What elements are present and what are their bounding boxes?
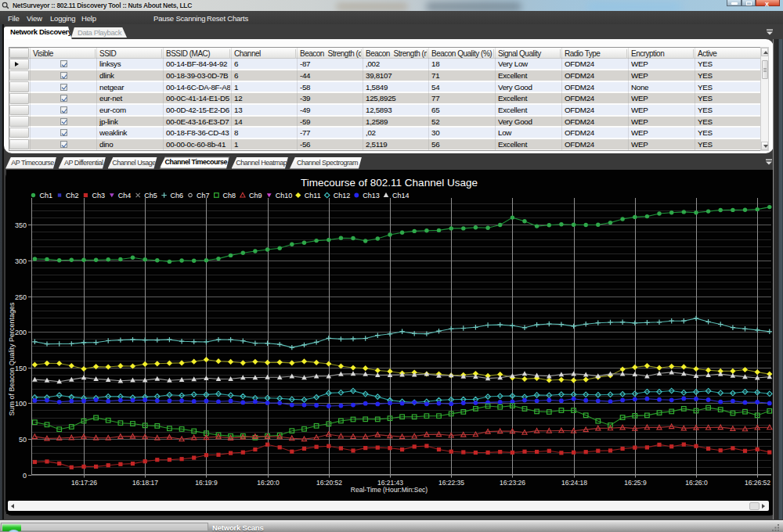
svg-text:16:20:0: 16:20:0 <box>257 479 280 487</box>
svg-text:Timecourse of 802.11 Channel U: Timecourse of 802.11 Channel Usage <box>301 177 478 189</box>
svg-text:16:26:0: 16:26:0 <box>685 479 708 487</box>
svg-text:16:20:52: 16:20:52 <box>316 479 342 487</box>
svg-text:0: 0 <box>23 472 27 480</box>
svg-text:Ch5: Ch5 <box>144 192 157 200</box>
svg-text:Ch7: Ch7 <box>197 192 210 200</box>
svg-text:16:22:35: 16:22:35 <box>438 479 464 487</box>
svg-text:Ch13: Ch13 <box>363 192 380 200</box>
svg-text:350: 350 <box>15 221 27 229</box>
svg-text:300: 300 <box>15 257 27 265</box>
svg-text:200: 200 <box>15 329 27 336</box>
svg-text:16:24:18: 16:24:18 <box>561 479 587 487</box>
svg-text:Ch10: Ch10 <box>276 192 293 200</box>
svg-text:250: 250 <box>15 293 27 301</box>
svg-text:16:17:26: 16:17:26 <box>71 479 97 487</box>
svg-text:Ch9: Ch9 <box>249 192 262 200</box>
svg-text:Ch14: Ch14 <box>392 192 410 200</box>
svg-text:16:18:17: 16:18:17 <box>132 479 158 487</box>
svg-text:Real-Time (Hour:Min:Sec): Real-Time (Hour:Min:Sec) <box>351 486 428 494</box>
svg-text:Ch6: Ch6 <box>171 192 184 200</box>
svg-text:16:26:52: 16:26:52 <box>745 479 770 487</box>
svg-text:16:25:9: 16:25:9 <box>624 479 647 487</box>
svg-text:50: 50 <box>19 436 27 444</box>
svg-text:Ch1: Ch1 <box>40 192 53 200</box>
svg-text:Ch8: Ch8 <box>222 192 236 200</box>
svg-text:150: 150 <box>15 365 27 372</box>
svg-text:16:19:9: 16:19:9 <box>195 479 218 487</box>
svg-text:Ch3: Ch3 <box>92 192 105 200</box>
svg-text:16:23:26: 16:23:26 <box>500 479 525 487</box>
svg-text:100: 100 <box>15 400 27 408</box>
svg-text:Ch2: Ch2 <box>66 192 79 200</box>
svg-text:Ch12: Ch12 <box>334 192 351 200</box>
svg-text:Ch11: Ch11 <box>305 192 321 200</box>
svg-text:Sum of Beacon Quality Percenta: Sum of Beacon Quality Percentages <box>8 302 16 416</box>
svg-text:Ch4: Ch4 <box>118 192 132 200</box>
